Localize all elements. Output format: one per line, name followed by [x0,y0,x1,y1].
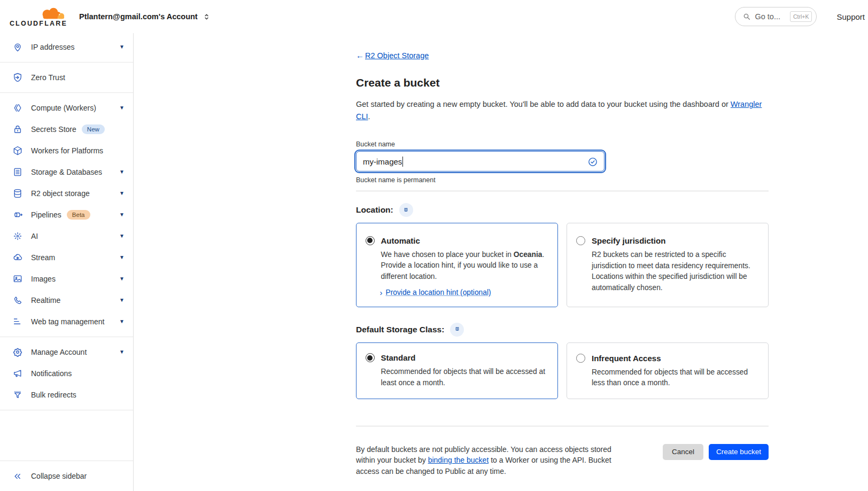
sidebar-item-label: Manage Account [31,348,87,356]
option-description: We have chosen to place your bucket in O… [381,250,547,283]
account-name: Ptlantern@gmail.com's Account [79,12,198,21]
sidebar-item-label: Web tag management [31,317,105,326]
intro-paragraph: Get started by creating a new empty buck… [356,98,769,123]
chevron-down-icon: ▼ [119,319,125,324]
chevron-right-icon: › [380,288,383,297]
sidebar-item-images[interactable]: Images ▼ [0,268,133,290]
section-divider [356,191,769,191]
sparkle-icon [12,231,23,242]
location-option-specify-jurisdiction[interactable]: Specify jurisdiction R2 buckets can be r… [567,223,769,307]
search-placeholder: Go to... [755,12,780,21]
cancel-button[interactable]: Cancel [663,444,703,460]
sidebar-item-label: R2 object storage [31,189,90,198]
footer-divider [356,426,769,426]
sidebar-item-ai[interactable]: AI ▼ [0,225,133,247]
sidebar-item-workers-for-platforms[interactable]: Workers for Platforms [0,140,133,161]
sidebar-item-label: Workers for Platforms [31,146,103,155]
sidebar-divider [0,337,133,337]
tag-bars-icon [12,316,23,328]
sidebar-item-label: IP addresses [31,43,74,51]
search-shortcut-badge: Ctrl+K [790,11,812,22]
radio-selected-icon[interactable] [366,353,375,362]
lock-icon [12,124,23,135]
option-description: Recommended for objects that will be acc… [381,367,547,388]
valid-check-icon [587,157,598,167]
cloudflare-logo-text: CLOUDFLARE [10,20,67,27]
collapse-sidebar-label: Collapse sidebar [31,472,87,480]
option-description: Recommended for objects that will be acc… [592,367,757,389]
sidebar-item-r2-object-storage[interactable]: R2 object storage ▼ [0,183,133,204]
sidebar-item-notifications[interactable]: Notifications [0,363,133,384]
sidebar-item-bulk-redirects[interactable]: Bulk redirects [0,384,133,406]
intro-text-end: . [368,112,370,121]
create-bucket-button[interactable]: Create bucket [709,444,769,460]
sidebar-item-label: Secrets Store [31,125,76,134]
cloud-play-icon [12,252,23,263]
binding-the-bucket-link[interactable]: binding the bucket [428,456,489,464]
global-search[interactable]: Go to... Ctrl+K [735,7,817,26]
sidebar-item-label: AI [31,232,38,240]
sidebar-item-zero-trust[interactable]: Zero Trust [0,67,133,88]
collapse-sidebar-button[interactable]: Collapse sidebar [0,461,133,491]
radio-selected-icon[interactable] [366,236,375,245]
provide-location-hint-link[interactable]: › Provide a location hint (optional) [380,288,547,297]
sidebar-item-realtime[interactable]: Realtime ▼ [0,290,133,311]
location-heading-row: Location: [356,203,769,217]
location-docs-icon[interactable] [399,203,413,217]
cloudflare-logo[interactable]: CLOUDFLARE [12,6,67,27]
new-badge: New [82,124,105,134]
selector-chevrons-icon [202,12,211,21]
sidebar-item-label: Stream [31,253,55,262]
support-menu[interactable]: Support [836,12,865,21]
cloudflare-cloud-icon [38,6,67,21]
storage-class-option-standard[interactable]: Standard Recommended for objects that wi… [356,342,558,399]
option-title: Standard [381,353,416,362]
sidebar-divider [0,410,133,410]
chevron-down-icon: ▼ [119,191,125,196]
location-option-automatic[interactable]: Automatic We have chosen to place your b… [356,223,558,307]
beta-badge: Beta [67,210,90,220]
sidebar-divider [0,62,133,63]
chevron-down-icon: ▼ [119,169,125,175]
radio-unselected-icon[interactable] [576,354,585,363]
sidebar-item-label: Zero Trust [31,73,65,82]
account-switcher[interactable]: Ptlantern@gmail.com's Account [79,12,211,21]
sidebar-divider [0,92,133,93]
chevron-down-icon: ▼ [119,44,125,50]
shield-arrow-icon [12,72,23,83]
chevron-down-icon: ▼ [119,105,125,111]
sidebar-item-secrets-store[interactable]: Secrets Store New [0,119,133,140]
top-header: CLOUDFLARE Ptlantern@gmail.com's Account… [0,0,868,33]
chevron-down-icon: ▼ [119,298,125,303]
sidebar-item-label: Compute (Workers) [31,104,96,112]
sidebar-item-compute-workers[interactable]: Compute (Workers) ▼ [0,97,133,119]
chevron-down-icon: ▼ [119,276,125,282]
sidebar-item-manage-account[interactable]: Manage Account ▼ [0,341,133,363]
package-icon [12,145,23,157]
sidebar-item-pipelines[interactable]: Pipelines Beta ▼ [0,204,133,225]
sidebar: IP addresses ▼ Zero Trust Compute (Worke… [0,33,134,491]
option-title: Automatic [381,236,420,245]
sidebar-item-stream[interactable]: Stream ▼ [0,247,133,268]
bucket-name-input[interactable]: my-images [356,151,604,172]
text-cursor [402,157,403,167]
database-cylinder-icon [12,188,23,199]
footer-row: By default buckets are not publicly acce… [356,444,769,477]
sidebar-item-web-tag-management[interactable]: Web tag management ▼ [0,311,133,332]
bucket-name-value: my-images [363,157,402,166]
back-link-label: R2 Object Storage [365,51,429,60]
radio-unselected-icon[interactable] [576,236,585,245]
workers-icon [12,103,23,114]
location-options: Automatic We have chosen to place your b… [356,223,769,307]
sidebar-item-label: Storage & Databases [31,168,102,176]
location-heading: Location: [356,205,393,215]
bucket-name-label: Bucket name [356,141,769,148]
storage-class-docs-icon[interactable] [450,323,464,337]
storage-class-options: Standard Recommended for objects that wi… [356,342,769,399]
intro-text: Get started by creating a new empty buck… [356,100,728,108]
sidebar-item-label: Bulk redirects [31,391,76,399]
storage-class-option-infrequent-access[interactable]: Infrequent Access Recommended for object… [567,342,769,399]
back-link-r2-object-storage[interactable]: ←R2 Object Storage [356,51,429,60]
sidebar-item-ip-addresses[interactable]: IP addresses ▼ [0,36,133,58]
sidebar-item-storage-databases[interactable]: Storage & Databases ▼ [0,161,133,183]
